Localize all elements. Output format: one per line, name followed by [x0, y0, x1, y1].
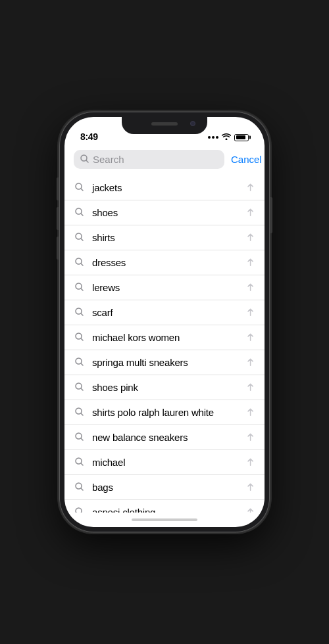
arrow-icon: [245, 306, 258, 319]
svg-line-11: [81, 288, 83, 290]
results-list: jackets shoes: [64, 175, 265, 513]
search-input[interactable]: [93, 154, 218, 165]
list-item[interactable]: michael kors women: [64, 325, 265, 350]
svg-point-28: [76, 508, 82, 513]
list-item[interactable]: michael: [64, 450, 265, 475]
list-item[interactable]: lerews: [64, 275, 265, 300]
result-text: springa multi sneakers: [92, 357, 240, 368]
battery-icon: [234, 134, 249, 141]
svg-line-7: [81, 239, 83, 241]
result-text: new balance sneakers: [92, 432, 240, 443]
arrow-icon: [245, 406, 258, 419]
arrow-icon: [245, 181, 258, 195]
search-icon: [74, 407, 84, 418]
result-text: shirts: [92, 232, 240, 243]
wifi-icon: [222, 133, 231, 142]
search-icon: [74, 283, 84, 293]
notch: [122, 117, 207, 134]
svg-line-5: [81, 214, 83, 216]
phone-screen: 8:49: [64, 117, 265, 527]
list-item[interactable]: shirts polo ralph lauren white: [64, 400, 265, 425]
search-icon: [74, 183, 84, 193]
search-icon: [74, 308, 84, 318]
result-text: bags: [92, 482, 240, 493]
list-item[interactable]: shirts: [64, 225, 265, 250]
search-icon: [74, 233, 84, 243]
search-icon: [74, 482, 84, 493]
result-text: shoes pink: [92, 382, 240, 393]
search-bar: Cancel: [64, 146, 265, 175]
search-icon: [74, 457, 84, 468]
arrow-icon: [245, 331, 258, 344]
svg-line-1: [86, 160, 88, 162]
result-text: michael: [92, 457, 240, 468]
svg-line-27: [81, 488, 83, 490]
arrow-icon: [245, 481, 258, 494]
svg-line-21: [81, 413, 83, 415]
search-input-wrapper[interactable]: [74, 150, 224, 169]
search-magnifier-icon: [80, 154, 89, 165]
result-text: scarf: [92, 307, 240, 318]
arrow-icon: [245, 231, 258, 244]
svg-line-17: [81, 363, 83, 365]
search-icon: [74, 333, 84, 343]
list-item[interactable]: new balance sneakers: [64, 425, 265, 450]
home-indicator: [64, 513, 265, 527]
list-item[interactable]: shoes pink: [64, 375, 265, 400]
search-icon: [74, 507, 84, 513]
result-text: jackets: [92, 182, 240, 193]
list-item[interactable]: bags: [64, 475, 265, 500]
camera: [190, 121, 195, 126]
list-item[interactable]: jackets: [64, 175, 265, 200]
home-bar: [132, 518, 197, 521]
result-text: lerews: [92, 282, 240, 293]
arrow-icon: [245, 256, 258, 269]
speaker: [151, 122, 178, 126]
arrow-icon: [245, 506, 258, 513]
search-icon: [74, 432, 84, 443]
search-icon: [74, 382, 84, 393]
svg-line-15: [81, 338, 83, 340]
arrow-icon: [245, 431, 258, 444]
svg-line-9: [81, 264, 83, 265]
svg-line-25: [81, 463, 83, 465]
list-item[interactable]: aspesi clothing: [64, 500, 265, 513]
arrow-icon: [245, 356, 258, 369]
list-item[interactable]: springa multi sneakers: [64, 350, 265, 375]
search-icon: [74, 258, 84, 268]
svg-line-13: [81, 313, 83, 315]
arrow-icon: [245, 381, 258, 394]
status-icons: [208, 133, 249, 142]
list-item[interactable]: dresses: [64, 250, 265, 275]
result-text: dresses: [92, 257, 240, 268]
phone-device: 8:49: [59, 112, 270, 532]
result-text: shirts polo ralph lauren white: [92, 407, 240, 418]
arrow-icon: [245, 456, 258, 469]
signal-icon: [208, 136, 218, 139]
svg-line-19: [81, 388, 83, 390]
result-text: aspesi clothing: [92, 507, 240, 513]
cancel-button[interactable]: Cancel: [231, 154, 262, 165]
svg-line-3: [81, 189, 83, 191]
search-icon: [74, 208, 84, 218]
result-text: shoes: [92, 207, 240, 218]
list-item[interactable]: scarf: [64, 300, 265, 325]
search-icon: [74, 357, 84, 368]
arrow-icon: [245, 281, 258, 294]
list-item[interactable]: shoes: [64, 200, 265, 225]
svg-line-23: [81, 438, 83, 440]
arrow-icon: [245, 206, 258, 219]
status-time: 8:49: [80, 131, 98, 142]
result-text: michael kors women: [92, 332, 240, 343]
